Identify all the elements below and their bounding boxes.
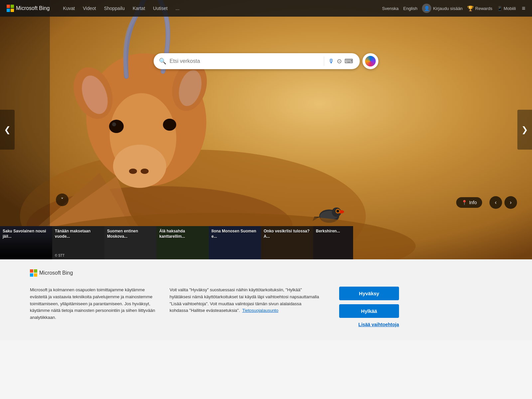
nav-kartat[interactable]: Kartat — [129, 4, 148, 13]
header-logo[interactable]: Microsoft Bing — [7, 5, 50, 12]
news-item-1[interactable]: Tänään maksetaan vuode... © STT — [52, 226, 104, 259]
footer-logo-text: Microsoft Bing — [39, 270, 73, 276]
chevron-right-icon: › — [510, 200, 511, 205]
news-item-0[interactable]: Saku Savolainen nousi jäil... — [0, 226, 52, 259]
reject-button[interactable]: Hylkää — [339, 304, 399, 318]
copilot-button[interactable] — [362, 53, 378, 69]
microsoft-logo — [7, 5, 14, 12]
copilot-icon — [365, 56, 376, 66]
mobile-button[interactable]: 📱 Mobiili — [497, 6, 516, 11]
footer-ms-logo — [30, 269, 37, 277]
carousel-prev-button[interactable]: ❮ — [0, 110, 15, 150]
svg-point-21 — [336, 210, 339, 212]
hamburger-menu[interactable]: ≡ — [522, 5, 525, 12]
news-title-4: Ilona Monosen Suomen e... — [211, 229, 258, 239]
chevron-down-icon: ˅ — [61, 197, 64, 203]
accept-button[interactable]: Hyväksy — [339, 287, 399, 300]
avatar: 👤 — [422, 4, 431, 13]
main-nav: Kuvat Videot Shoppailu Kartat Uutiset ..… — [60, 4, 382, 13]
svg-point-9 — [112, 122, 116, 126]
keyboard-icon[interactable]: ⌨ — [343, 56, 354, 66]
news-item-5[interactable]: Onko vesikrlisi tulossa? A... — [261, 226, 313, 259]
info-label: Info — [469, 200, 477, 205]
news-item-6[interactable]: Berkshiren... — [313, 226, 353, 259]
logo-text: Microsoft Bing — [16, 5, 50, 11]
news-title-6: Berkshiren... — [316, 229, 350, 234]
rewards-button[interactable]: 🏆 Rewards — [467, 5, 492, 12]
carousel-next-button[interactable]: ❯ — [517, 110, 532, 150]
news-title-3: Älä haksahda kanttarellim... — [159, 229, 206, 239]
news-item-4[interactable]: Ilona Monosen Suomen e... — [209, 226, 261, 259]
lang-english[interactable]: English — [403, 6, 418, 11]
privacy-link[interactable]: Tietosuojalausunto — [242, 308, 279, 313]
nav-videot[interactable]: Videot — [79, 4, 99, 13]
nav-more-dots[interactable]: ... — [172, 4, 183, 13]
footer-text-1: Microsoft ja kolmannen osapuolen toimitt… — [30, 287, 156, 321]
footer-buttons: Hyväksy Hylkää Lisää vaihtoehtoja — [332, 287, 399, 327]
nav-uutiset[interactable]: Uutiset — [150, 4, 171, 13]
news-item-3[interactable]: Älä haksahda kanttarellim... — [157, 226, 209, 259]
header-right: Svenska English 👤 Kirjaudu sisään 🏆 Rewa… — [382, 4, 525, 13]
search-box: 🔍 🎙 ⊙ ⌨ — [154, 53, 360, 69]
trophy-icon: 🏆 — [467, 5, 474, 12]
svg-point-10 — [163, 119, 176, 131]
chevron-left-icon: ‹ — [495, 200, 496, 205]
svg-point-7 — [141, 169, 149, 174]
news-title-1: Tänään maksetaan vuode... — [55, 229, 102, 239]
news-title-5: Onko vesikrlisi tulossa? A... — [264, 229, 311, 239]
mobile-label: Mobiili — [504, 6, 516, 11]
image-nav-prev[interactable]: ‹ — [489, 196, 502, 209]
footer-section: Microsoft Bing Microsoft ja kolmannen os… — [0, 259, 532, 340]
camera-search-icon[interactable]: ⊙ — [335, 56, 343, 66]
hero-section: Microsoft Bing Kuvat Videot Shoppailu Ka… — [0, 0, 532, 259]
search-icon: 🔍 — [159, 58, 166, 65]
svg-point-6 — [129, 169, 137, 174]
next-arrow-icon: ❯ — [521, 125, 528, 134]
search-container: 🔍 🎙 ⊙ ⌨ — [154, 53, 378, 69]
image-nav-next[interactable]: › — [504, 196, 517, 209]
search-input[interactable] — [170, 58, 321, 64]
phone-icon: 📱 — [497, 6, 502, 11]
news-title-2: Suomen entinen Moskova... — [107, 229, 154, 239]
hero-antelope-illustration — [0, 0, 532, 259]
nav-kuvat[interactable]: Kuvat — [60, 4, 78, 13]
microphone-icon[interactable]: 🎙 — [327, 57, 335, 66]
footer-content: Microsoft ja kolmannen osapuolen toimitt… — [30, 287, 502, 327]
rewards-label: Rewards — [475, 6, 492, 11]
footer-text-2: Voit valita "Hyväksy" suostuessasi näihi… — [170, 287, 319, 314]
footer-paragraph-1: Microsoft ja kolmannen osapuolen toimitt… — [30, 287, 156, 321]
news-item-2[interactable]: Suomen entinen Moskova... — [104, 226, 157, 259]
more-options-button[interactable]: Lisää vaihtoehtoja — [358, 322, 399, 327]
footer-logo: Microsoft Bing — [30, 269, 502, 277]
svg-point-8 — [109, 120, 124, 133]
news-strip: Saku Savolainen nousi jäil... Tänään mak… — [0, 226, 532, 259]
location-pin-icon: 📍 — [462, 200, 467, 205]
login-label: Kirjaudu sisään — [433, 6, 463, 11]
header: Microsoft Bing Kuvat Videot Shoppailu Ka… — [0, 0, 532, 17]
svg-point-5 — [113, 145, 166, 188]
search-divider — [324, 57, 324, 66]
nav-shoppailu[interactable]: Shoppailu — [101, 4, 128, 13]
footer-paragraph-2: Voit valita "Hyväksy" suostuessasi näihi… — [170, 287, 319, 314]
scroll-down-button[interactable]: ˅ — [56, 194, 68, 206]
lang-svenska[interactable]: Svenska — [382, 6, 399, 11]
prev-arrow-icon: ❮ — [4, 125, 11, 134]
login-button[interactable]: 👤 Kirjaudu sisään — [422, 4, 463, 13]
info-button[interactable]: 📍 Info — [456, 197, 482, 208]
news-source-1: © STT — [55, 254, 65, 257]
